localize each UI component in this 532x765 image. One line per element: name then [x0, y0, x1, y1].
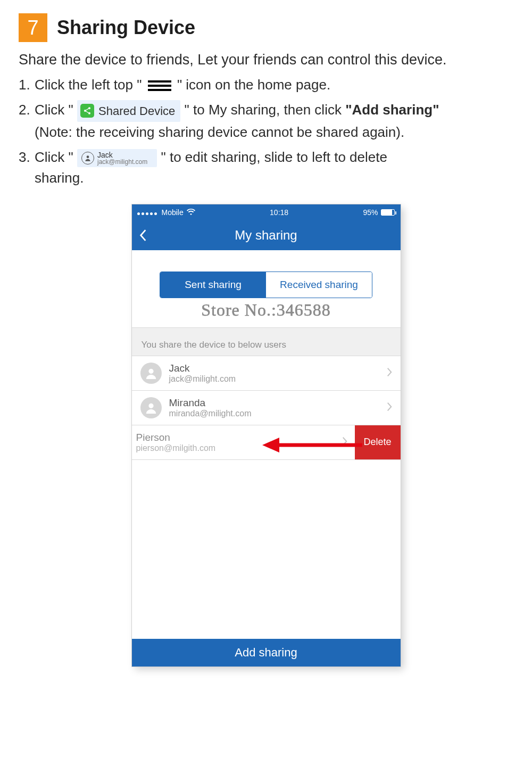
- watermark: Store No.:346588: [132, 300, 401, 320]
- step-1-number: 1.: [19, 75, 35, 95]
- segmented-control: Sent sharing Received sharing: [160, 272, 372, 298]
- step-2-note: (Note: the receiving sharing device cann…: [19, 122, 513, 143]
- nav-title: My sharing: [235, 228, 297, 243]
- battery-percent: 95%: [363, 208, 378, 217]
- avatar-icon: [140, 363, 162, 384]
- list-item-mail: pierson@milgith.com: [136, 443, 216, 453]
- step-3-number: 3.: [19, 147, 35, 168]
- tab-received-sharing[interactable]: Received sharing: [266, 272, 372, 298]
- svg-point-0: [84, 110, 86, 112]
- add-sharing-button[interactable]: Add sharing: [132, 639, 401, 667]
- svg-marker-7: [262, 438, 279, 453]
- svg-point-3: [87, 155, 89, 158]
- chevron-right-icon: [387, 402, 392, 414]
- step-3-text-b: " to edit sharing, slide to left to dele…: [161, 149, 387, 165]
- user-icon: [81, 152, 94, 164]
- avatar-icon: [140, 397, 162, 418]
- nav-bar: My sharing: [132, 220, 401, 250]
- battery-icon: [381, 209, 395, 216]
- step-3-text-c: sharing.: [19, 168, 513, 188]
- step-2-bold: "Add sharing": [345, 102, 439, 118]
- chevron-right-icon: [387, 367, 392, 379]
- status-time: 10:18: [270, 208, 288, 217]
- list-item-name: Miranda: [169, 397, 379, 409]
- signal-dots-icon: [137, 208, 159, 217]
- list-section-header: You share the device to below users: [132, 327, 401, 356]
- section-heading: 7 Sharing Device: [19, 13, 513, 42]
- step-3: 3.Click " Jack jack@milight.com " to edi…: [19, 147, 513, 188]
- step-1: 1.Click the left top " " icon on the hom…: [19, 75, 513, 95]
- list-item-name: Jack: [169, 363, 379, 374]
- share-icon: [80, 104, 94, 118]
- step-2-text-b: " to My sharing, then click: [185, 102, 342, 118]
- list-item-mail: miranda@milight.com: [169, 409, 379, 418]
- tab-sent-sharing[interactable]: Sent sharing: [160, 272, 266, 298]
- phone-screenshot: Mobile 10:18 95% My sharing Store No.:34…: [132, 204, 401, 667]
- list-item[interactable]: Miranda miranda@milight.com: [132, 391, 401, 425]
- section-number-badge: 7: [19, 13, 47, 42]
- svg-point-5: [148, 403, 153, 408]
- step-2-text-a: Click ": [35, 102, 77, 118]
- list-item[interactable]: Jack jack@milight.com: [132, 356, 401, 391]
- svg-point-4: [148, 368, 153, 373]
- back-button[interactable]: [139, 220, 147, 250]
- user-chip-mail: jack@milight.com: [97, 159, 147, 165]
- step-2: 2.Click " Shared Device " to My sharing,…: [19, 100, 513, 143]
- step-1-text-b: " icon on the home page.: [177, 77, 330, 93]
- shared-device-chip-text: Shared Device: [98, 102, 175, 120]
- section-intro: Share the device to friends, Let your fr…: [19, 52, 513, 68]
- step-1-text-a: Click the left top ": [35, 77, 146, 93]
- list-item-name: Pierson: [136, 432, 216, 443]
- wifi-icon: [187, 208, 195, 217]
- user-chip-name: Jack: [97, 151, 147, 159]
- svg-point-1: [88, 107, 90, 109]
- section-title: Sharing Device: [57, 17, 195, 39]
- status-bar: Mobile 10:18 95%: [132, 204, 401, 220]
- step-3-text-a: Click ": [35, 149, 77, 165]
- shared-device-chip: Shared Device: [77, 100, 180, 122]
- chevron-right-icon: [342, 437, 347, 448]
- list-item-mail: jack@milight.com: [169, 374, 379, 384]
- delete-button[interactable]: Delete: [355, 425, 401, 459]
- list-item-swiped[interactable]: Pierson pierson@milgith.com Delete: [132, 425, 401, 460]
- step-2-number: 2.: [19, 100, 35, 120]
- swipe-left-arrow-icon: [262, 438, 363, 453]
- user-chip: Jack jack@milight.com: [77, 149, 157, 167]
- carrier-label: Mobile: [162, 208, 184, 217]
- hamburger-icon: [146, 80, 173, 91]
- svg-point-2: [88, 112, 90, 114]
